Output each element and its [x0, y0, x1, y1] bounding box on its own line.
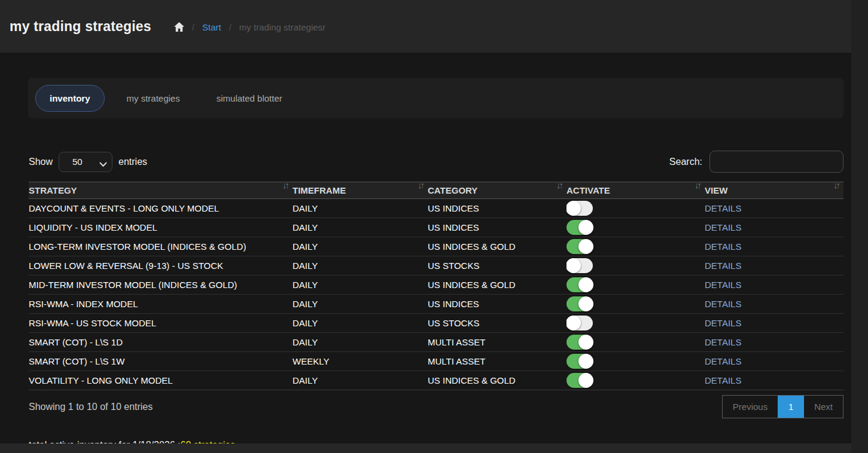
page-length-control: Show 50 entries	[29, 152, 147, 172]
column-header-category[interactable]: CATEGORY ↓↑	[428, 182, 567, 199]
table-body: DAYCOUNT & EVENTS - LONG ONLY MODEL DAIL…	[29, 199, 843, 390]
strategy-name-cell: DAYCOUNT & EVENTS - LONG ONLY MODEL	[29, 199, 293, 218]
column-header-activate[interactable]: ACTIVATE ↓↑	[567, 182, 705, 199]
details-link[interactable]: DETAILS	[705, 203, 741, 213]
next-page-button[interactable]: Next	[804, 396, 843, 418]
toggle-knob	[578, 296, 593, 311]
activate-cell	[567, 256, 705, 276]
breadcrumb-link-start[interactable]: Start	[202, 22, 221, 32]
activate-cell	[567, 295, 705, 314]
sort-icon[interactable]: ↓↑	[556, 180, 562, 189]
activate-cell	[567, 352, 705, 371]
details-link[interactable]: DETAILS	[705, 241, 741, 252]
activate-toggle[interactable]	[567, 296, 593, 311]
breadcrumb-separator: /	[229, 22, 232, 32]
details-link[interactable]: DETAILS	[705, 261, 741, 271]
page-title: my trading strategies	[10, 19, 151, 35]
table-row: LOWER LOW & REVERSAL (9-13) - US STOCK D…	[29, 256, 843, 276]
activate-toggle[interactable]	[567, 354, 593, 369]
activate-toggle[interactable]	[567, 220, 593, 235]
sort-icon[interactable]: ↓↑	[695, 180, 700, 189]
activate-toggle[interactable]	[567, 258, 593, 273]
search-control: Search:	[669, 151, 843, 173]
tab-my-strategies[interactable]: my strategies	[112, 85, 194, 112]
column-header-timeframe[interactable]: TIMEFRAME ↓↑	[293, 182, 428, 199]
page-1-button[interactable]: 1	[778, 396, 804, 418]
activate-cell	[567, 371, 705, 390]
table-row: LIQUIDITY - US INDEX MODEL DAILY US INDI…	[29, 218, 843, 237]
activate-cell	[567, 314, 705, 333]
toggle-knob	[578, 220, 593, 235]
toggle-knob	[567, 258, 581, 273]
sort-icon[interactable]: ↓↑	[418, 180, 423, 189]
details-link[interactable]: DETAILS	[705, 337, 741, 347]
home-icon[interactable]	[174, 22, 184, 32]
activate-toggle[interactable]	[567, 335, 593, 350]
strategy-name-cell: LIQUIDITY - US INDEX MODEL	[29, 218, 293, 237]
tab-simulated-blotter[interactable]: simulated blotter	[202, 85, 297, 112]
toggle-knob	[578, 277, 593, 292]
activate-toggle[interactable]	[567, 201, 593, 216]
top-header-bar: my trading strategies / Start / my tradi…	[0, 0, 851, 53]
search-label: Search:	[669, 157, 702, 167]
table-row: SMART (COT) - L\S 1D DAILY MULTI ASSET D…	[29, 333, 843, 352]
strategy-name-cell: SMART (COT) - L\S 1D	[29, 333, 293, 352]
entries-label: entries	[118, 157, 147, 167]
view-cell: DETAILS	[705, 333, 843, 352]
tab-inventory[interactable]: inventory	[35, 85, 105, 112]
table-row: RSI-WMA - US STOCK MODEL DAILY US STOCKS…	[29, 314, 843, 333]
details-link[interactable]: DETAILS	[705, 280, 741, 290]
strategy-name-cell: MID-TERM INVESTOR MODEL (INDICES & GOLD)	[29, 276, 293, 295]
table-footer: Showing 1 to 10 of 10 entries Previous 1…	[29, 395, 843, 418]
category-cell: US INDICES	[428, 218, 567, 237]
table-row: LONG-TERM INVESTOR MODEL (INDICES & GOLD…	[29, 237, 843, 256]
table-row: VOLATILITY - LONG ONLY MODEL DAILY US IN…	[29, 371, 843, 390]
view-cell: DETAILS	[705, 237, 843, 256]
sort-icon[interactable]: ↓↑	[282, 180, 288, 189]
strategy-name-cell: RSI-WMA - US STOCK MODEL	[29, 314, 293, 333]
breadcrumb-separator: /	[192, 22, 194, 32]
show-label: Show	[29, 157, 53, 167]
timeframe-cell: DAILY	[293, 237, 428, 256]
activate-cell	[567, 237, 705, 256]
activate-toggle[interactable]	[567, 373, 593, 388]
activate-toggle[interactable]	[567, 239, 593, 254]
sort-icon[interactable]: ↓↑	[833, 180, 839, 189]
timeframe-cell: DAILY	[293, 256, 428, 276]
activate-toggle[interactable]	[567, 316, 593, 330]
view-cell: DETAILS	[705, 371, 843, 390]
details-link[interactable]: DETAILS	[705, 318, 741, 328]
category-cell: MULTI ASSET	[428, 333, 567, 352]
search-input[interactable]	[709, 151, 843, 173]
column-header-view[interactable]: VIEW ↓↑	[705, 182, 843, 199]
category-cell: MULTI ASSET	[428, 352, 567, 371]
table-row: SMART (COT) - L\S 1W WEEKLY MULTI ASSET …	[29, 352, 843, 371]
details-link[interactable]: DETAILS	[705, 375, 741, 385]
category-cell: US INDICES	[428, 295, 567, 314]
category-cell: US STOCKS	[428, 314, 567, 333]
strategy-name-cell: LONG-TERM INVESTOR MODEL (INDICES & GOLD…	[29, 237, 293, 256]
view-cell: DETAILS	[705, 314, 843, 333]
table-row: DAYCOUNT & EVENTS - LONG ONLY MODEL DAIL…	[29, 199, 843, 218]
table-header-row: STRATEGY ↓↑ TIMEFRAME ↓↑ CATEGORY ↓↑ ACT…	[29, 182, 843, 199]
details-link[interactable]: DETAILS	[705, 356, 741, 366]
right-window-strip[interactable]	[851, 0, 868, 453]
column-header-strategy[interactable]: STRATEGY ↓↑	[29, 182, 293, 199]
tabs-bar: inventory my strategies simulated blotte…	[28, 78, 843, 118]
activate-cell	[567, 199, 705, 218]
category-cell: US INDICES & GOLD	[428, 371, 567, 390]
previous-page-button[interactable]: Previous	[723, 396, 778, 418]
page-size-select[interactable]: 50	[59, 152, 112, 172]
timeframe-cell: DAILY	[293, 333, 428, 352]
details-link[interactable]: DETAILS	[705, 299, 741, 309]
toggle-knob	[567, 316, 581, 330]
strategy-name-cell: LOWER LOW & REVERSAL (9-13) - US STOCK	[29, 256, 293, 276]
timeframe-cell: DAILY	[293, 295, 428, 314]
timeframe-cell: DAILY	[293, 314, 428, 333]
view-cell: DETAILS	[705, 352, 843, 371]
activate-toggle[interactable]	[567, 277, 593, 292]
strategy-name-cell: VOLATILITY - LONG ONLY MODEL	[29, 371, 293, 390]
details-link[interactable]: DETAILS	[705, 222, 741, 232]
strategies-table: STRATEGY ↓↑ TIMEFRAME ↓↑ CATEGORY ↓↑ ACT…	[29, 182, 843, 390]
pagination: Previous 1 Next	[722, 395, 843, 418]
